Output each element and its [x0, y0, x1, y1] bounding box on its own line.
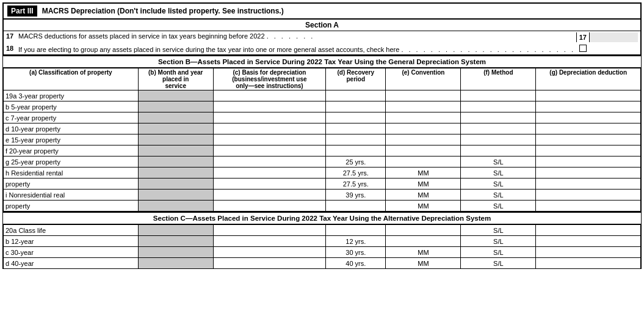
cell-c-19b[interactable]: [213, 101, 325, 112]
table-header-row: (a) Classification of property (b) Month…: [3, 68, 641, 90]
cell-e-19c: [386, 112, 461, 123]
cell-e-19i1: MM: [386, 190, 461, 201]
cell-c-19d[interactable]: [213, 123, 325, 134]
cell-label-19f: f 20-year property: [3, 145, 138, 156]
cell-f-20d: S/L: [461, 258, 536, 269]
cell-b-20a[interactable]: [138, 225, 213, 236]
cell-g-19i1[interactable]: [536, 190, 641, 201]
cell-c-20d[interactable]: [213, 258, 325, 269]
cell-g-19c[interactable]: [536, 112, 641, 123]
cell-d-20c: 30 yrs.: [326, 247, 386, 258]
cell-b-20d[interactable]: [138, 258, 213, 269]
cell-label-19i2: property: [3, 201, 138, 212]
lines-17-18: 17 MACRS deductions for assets placed in…: [2, 31, 642, 55]
cell-g-20d[interactable]: [536, 258, 641, 269]
table-row: f 20-year property: [3, 145, 641, 156]
cell-c-19a[interactable]: [213, 90, 325, 101]
line-18-checkbox[interactable]: [579, 45, 587, 52]
cell-d-20b: 12 yrs.: [326, 236, 386, 247]
col-g-header: (g) Depreciation deduction: [536, 68, 641, 90]
cell-c-19i1[interactable]: [213, 190, 325, 201]
cell-b-19f[interactable]: [138, 145, 213, 156]
part-iii-header: Part III MACRS Depreciation (Don't inclu…: [2, 2, 642, 20]
cell-c-19f[interactable]: [213, 145, 325, 156]
cell-b-19a[interactable]: [138, 90, 213, 101]
cell-b-19b[interactable]: [138, 101, 213, 112]
cell-label-19i1: i Nonresidential real: [3, 190, 138, 201]
cell-f-19g: S/L: [461, 156, 536, 168]
cell-g-19g[interactable]: [536, 156, 641, 168]
cell-label-20c: c 30-year: [3, 247, 138, 258]
cell-g-19b[interactable]: [536, 101, 641, 112]
cell-e-19f: [386, 145, 461, 156]
cell-c-19h1[interactable]: [213, 168, 325, 179]
cell-g-19i2[interactable]: [536, 201, 641, 212]
cell-e-19h1: MM: [386, 168, 461, 179]
cell-g-19f[interactable]: [536, 145, 641, 156]
line-17-text: MACRS deductions for assets placed in se…: [18, 32, 576, 42]
cell-e-20b: [386, 236, 461, 247]
cell-e-19h2: MM: [386, 179, 461, 190]
cell-b-20b[interactable]: [138, 236, 213, 247]
cell-b-19e[interactable]: [138, 134, 213, 145]
cell-b-19h1[interactable]: [138, 168, 213, 179]
line-18-text: If you are electing to group any assets …: [18, 45, 638, 53]
cell-c-20b[interactable]: [213, 236, 325, 247]
cell-f-20c: S/L: [461, 247, 536, 258]
cell-d-20d: 40 yrs.: [326, 258, 386, 269]
cell-c-19i2[interactable]: [213, 201, 325, 212]
cell-c-19h2[interactable]: [213, 179, 325, 190]
cell-g-20a[interactable]: [536, 225, 641, 236]
cell-b-20c[interactable]: [138, 247, 213, 258]
cell-label-19g: g 25-year property: [3, 156, 138, 168]
cell-f-20b: S/L: [461, 236, 536, 247]
cell-e-20d: MM: [386, 258, 461, 269]
section-a-header: Section A: [2, 20, 642, 31]
cell-e-19i2: MM: [386, 201, 461, 212]
cell-label-19a: 19a 3-year property: [3, 90, 138, 101]
cell-f-19d: [461, 123, 536, 134]
cell-e-20c: MM: [386, 247, 461, 258]
cell-g-19e[interactable]: [536, 134, 641, 145]
cell-label-19d: d 10-year property: [3, 123, 138, 134]
cell-f-19i2: S/L: [461, 201, 536, 212]
cell-d-19c: [326, 112, 386, 123]
part-label: Part III: [7, 6, 37, 17]
table-row: i Nonresidential real 39 yrs. MM S/L: [3, 190, 641, 201]
cell-g-19h2[interactable]: [536, 179, 641, 190]
cell-b-19i2[interactable]: [138, 201, 213, 212]
cell-g-20c[interactable]: [536, 247, 641, 258]
cell-b-19g[interactable]: [138, 156, 213, 168]
line-17-box: 17: [576, 32, 638, 42]
col-c-header: (c) Basis for depreciation (business/inv…: [213, 68, 325, 90]
cell-b-19h2[interactable]: [138, 179, 213, 190]
cell-d-19h2: 27.5 yrs.: [326, 179, 386, 190]
cell-g-20b[interactable]: [536, 236, 641, 247]
cell-c-19e[interactable]: [213, 134, 325, 145]
part-title: MACRS Depreciation (Don't include listed…: [42, 7, 284, 15]
cell-c-20a[interactable]: [213, 225, 325, 236]
cell-c-20c[interactable]: [213, 247, 325, 258]
table-row: 19a 3-year property: [3, 90, 641, 101]
cell-d-19g: 25 yrs.: [326, 156, 386, 168]
table-row: property 27.5 yrs. MM S/L: [3, 179, 641, 190]
table-row: e 15-year property: [3, 134, 641, 145]
cell-g-19h1[interactable]: [536, 168, 641, 179]
cell-c-19c[interactable]: [213, 112, 325, 123]
cell-d-20a: [326, 225, 386, 236]
cell-c-19g[interactable]: [213, 156, 325, 168]
cell-b-19c[interactable]: [138, 112, 213, 123]
cell-label-19c: c 7-year property: [3, 112, 138, 123]
cell-b-19d[interactable]: [138, 123, 213, 134]
cell-g-19a[interactable]: [536, 90, 641, 101]
cell-label-20d: d 40-year: [3, 258, 138, 269]
col-e-header: (e) Convention: [386, 68, 461, 90]
cell-e-19a: [386, 90, 461, 101]
cell-e-20a: [386, 225, 461, 236]
cell-b-19i1[interactable]: [138, 190, 213, 201]
cell-d-19b: [326, 101, 386, 112]
table-row: property MM S/L: [3, 201, 641, 212]
cell-d-19h1: 27.5 yrs.: [326, 168, 386, 179]
line-17-input[interactable]: [589, 32, 638, 42]
cell-g-19d[interactable]: [536, 123, 641, 134]
